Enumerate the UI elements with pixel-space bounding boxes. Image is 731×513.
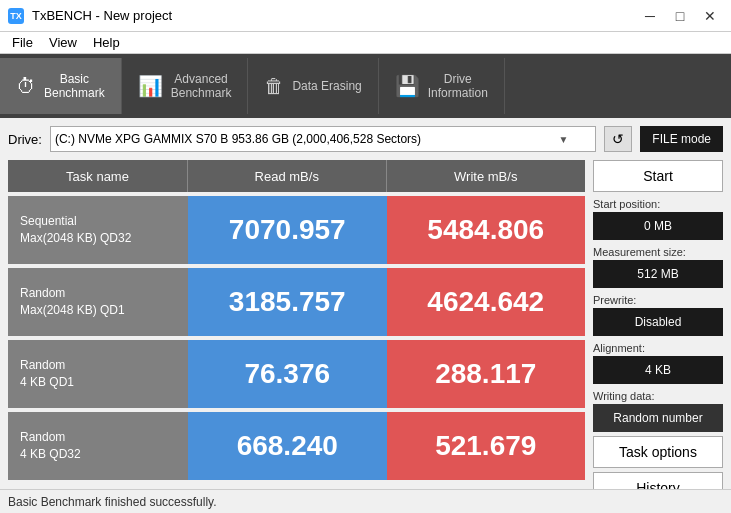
alignment-value[interactable]: 4 KB — [593, 356, 723, 384]
minimize-button[interactable]: ─ — [637, 5, 663, 27]
start-position-label: Start position: — [593, 198, 723, 210]
header-write: Write mB/s — [387, 160, 586, 192]
drive-select-wrapper: (C:) NVMe XPG GAMMIX S70 B 953.86 GB (2,… — [50, 126, 596, 152]
tab-drive[interactable]: 💾 DriveInformation — [379, 58, 505, 114]
tab-basic-label: BasicBenchmark — [44, 72, 105, 101]
row-write-1: 4624.642 — [387, 268, 586, 336]
app-title: TxBENCH - New project — [32, 8, 172, 23]
tab-bar: ⏱ BasicBenchmark 📊 AdvancedBenchmark 🗑 D… — [0, 54, 731, 118]
row-write-3: 521.679 — [387, 412, 586, 480]
row-read-0: 7070.957 — [188, 196, 387, 264]
file-mode-button[interactable]: FILE mode — [640, 126, 723, 152]
writing-data-group: Writing data: Random number — [593, 388, 723, 432]
title-bar-controls: ─ □ ✕ — [637, 5, 723, 27]
tab-advanced-label: AdvancedBenchmark — [171, 72, 232, 101]
row-write-2: 288.117 — [387, 340, 586, 408]
main-content: Drive: (C:) NVMe XPG GAMMIX S70 B 953.86… — [0, 118, 731, 489]
alignment-group: Alignment: 4 KB — [593, 340, 723, 384]
table-row: Random4 KB QD32 668.240 521.679 — [8, 412, 585, 480]
table-row: Random4 KB QD1 76.376 288.117 — [8, 340, 585, 408]
table-rows: SequentialMax(2048 KB) QD32 7070.957 548… — [8, 196, 585, 504]
menu-bar: File View Help — [0, 32, 731, 54]
data-erasing-icon: 🗑 — [264, 75, 284, 98]
tab-erasing[interactable]: 🗑 Data Erasing — [248, 58, 378, 114]
header-task: Task name — [8, 160, 188, 192]
drive-label: Drive: — [8, 132, 42, 147]
table-row: SequentialMax(2048 KB) QD32 7070.957 548… — [8, 196, 585, 264]
status-text: Basic Benchmark finished successfully. — [8, 495, 217, 509]
row-label-3: Random4 KB QD32 — [8, 412, 188, 480]
basic-benchmark-icon: ⏱ — [16, 75, 36, 98]
drive-info-icon: 💾 — [395, 74, 420, 98]
row-read-2: 76.376 — [188, 340, 387, 408]
row-label-1: RandomMax(2048 KB) QD1 — [8, 268, 188, 336]
start-button[interactable]: Start — [593, 160, 723, 192]
content-area: Task name Read mB/s Write mB/s Sequentia… — [8, 160, 723, 504]
tab-drive-label: DriveInformation — [428, 72, 488, 101]
alignment-label: Alignment: — [593, 342, 723, 354]
row-write-0: 5484.806 — [387, 196, 586, 264]
menu-file[interactable]: File — [4, 32, 41, 53]
table-header: Task name Read mB/s Write mB/s — [8, 160, 585, 192]
advanced-benchmark-icon: 📊 — [138, 74, 163, 98]
prewrite-group: Prewrite: Disabled — [593, 292, 723, 336]
drive-select[interactable]: (C:) NVMe XPG GAMMIX S70 B 953.86 GB (2,… — [50, 126, 596, 152]
close-button[interactable]: ✕ — [697, 5, 723, 27]
tab-advanced[interactable]: 📊 AdvancedBenchmark — [122, 58, 249, 114]
start-position-value[interactable]: 0 MB — [593, 212, 723, 240]
refresh-button[interactable]: ↺ — [604, 126, 632, 152]
tab-basic[interactable]: ⏱ BasicBenchmark — [0, 58, 122, 114]
tab-erasing-label: Data Erasing — [292, 79, 361, 93]
task-options-button[interactable]: Task options — [593, 436, 723, 468]
measurement-size-group: Measurement size: 512 MB — [593, 244, 723, 288]
row-read-3: 668.240 — [188, 412, 387, 480]
table-row: RandomMax(2048 KB) QD1 3185.757 4624.642 — [8, 268, 585, 336]
sidebar: Start Start position: 0 MB Measurement s… — [593, 160, 723, 504]
menu-view[interactable]: View — [41, 32, 85, 53]
writing-data-value[interactable]: Random number — [593, 404, 723, 432]
maximize-button[interactable]: □ — [667, 5, 693, 27]
app-icon: TX — [8, 8, 24, 24]
drive-row: Drive: (C:) NVMe XPG GAMMIX S70 B 953.86… — [8, 124, 723, 154]
header-read: Read mB/s — [188, 160, 387, 192]
results-area: Task name Read mB/s Write mB/s Sequentia… — [8, 160, 585, 504]
row-read-1: 3185.757 — [188, 268, 387, 336]
start-position-group: Start position: 0 MB — [593, 196, 723, 240]
menu-help[interactable]: Help — [85, 32, 128, 53]
prewrite-label: Prewrite: — [593, 294, 723, 306]
title-bar: TX TxBENCH - New project ─ □ ✕ — [0, 0, 731, 32]
measurement-size-value[interactable]: 512 MB — [593, 260, 723, 288]
row-label-0: SequentialMax(2048 KB) QD32 — [8, 196, 188, 264]
prewrite-value[interactable]: Disabled — [593, 308, 723, 336]
status-bar: Basic Benchmark finished successfully. — [0, 489, 731, 513]
row-label-2: Random4 KB QD1 — [8, 340, 188, 408]
writing-data-label: Writing data: — [593, 390, 723, 402]
measurement-size-label: Measurement size: — [593, 246, 723, 258]
